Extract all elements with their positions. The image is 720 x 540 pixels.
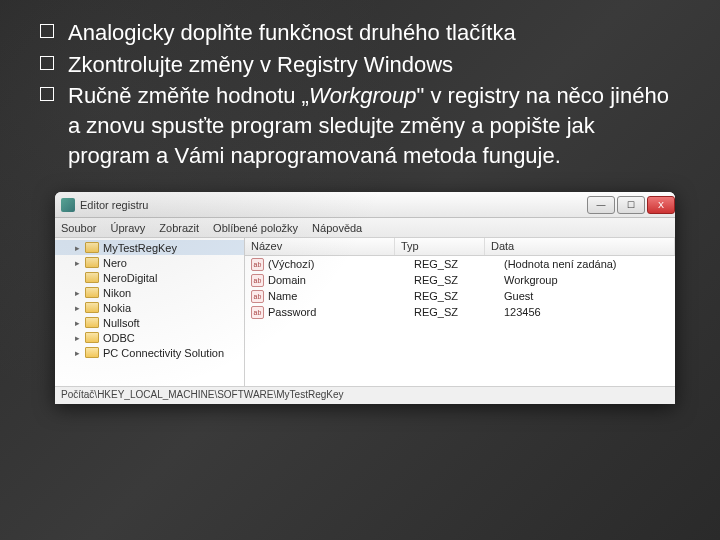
tree-item[interactable]: ▸Nullsoft	[55, 315, 244, 330]
menu-favorites[interactable]: Oblíbené položky	[213, 222, 298, 234]
tree-label: Nullsoft	[103, 317, 140, 329]
folder-icon	[85, 317, 99, 328]
cell-name: Name	[268, 290, 408, 302]
menu-view[interactable]: Zobrazit	[159, 222, 199, 234]
status-bar: Počítač\HKEY_LOCAL_MACHINE\SOFTWARE\MyTe…	[55, 386, 675, 404]
folder-icon	[85, 302, 99, 313]
string-value-icon: ab	[251, 306, 264, 319]
expand-icon[interactable]: ▸	[75, 288, 85, 298]
tree-item[interactable]: ▸Nero	[55, 255, 244, 270]
menu-help[interactable]: Nápověda	[312, 222, 362, 234]
checkbox-icon	[40, 87, 54, 101]
regedit-window: Editor registru — ☐ X Soubor Úpravy Zobr…	[55, 192, 675, 404]
regedit-icon	[61, 198, 75, 212]
tree-label: PC Connectivity Solution	[103, 347, 224, 359]
bullet-item: Ručně změňte hodnotu „Workgroup" v regis…	[68, 81, 680, 170]
maximize-button[interactable]: ☐	[617, 196, 645, 214]
folder-icon	[85, 332, 99, 343]
tree-label: Nokia	[103, 302, 131, 314]
bullet-item: Zkontrolujte změny v Registry Windows	[68, 50, 680, 80]
bullet-text: Analogicky doplňte funkčnost druhého tla…	[68, 20, 516, 45]
checkbox-icon	[40, 56, 54, 70]
workgroup-word: Workgroup	[309, 83, 417, 108]
list-row[interactable]: ab Password REG_SZ 123456	[245, 304, 675, 320]
menubar: Soubor Úpravy Zobrazit Oblíbené položky …	[55, 218, 675, 238]
tree-label: ODBC	[103, 332, 135, 344]
minimize-button[interactable]: —	[587, 196, 615, 214]
expand-icon[interactable]: ▸	[75, 258, 85, 268]
col-type[interactable]: Typ	[395, 238, 485, 255]
folder-icon	[85, 272, 99, 283]
tree-label: Nikon	[103, 287, 131, 299]
list-row[interactable]: ab Name REG_SZ Guest	[245, 288, 675, 304]
checkbox-icon	[40, 24, 54, 38]
menu-file[interactable]: Soubor	[61, 222, 96, 234]
close-button[interactable]: X	[647, 196, 675, 214]
string-value-icon: ab	[251, 258, 264, 271]
col-data[interactable]: Data	[485, 238, 675, 255]
bullet-item: Analogicky doplňte funkčnost druhého tla…	[68, 18, 680, 48]
cell-type: REG_SZ	[408, 258, 498, 270]
expand-icon[interactable]: ▸	[75, 348, 85, 358]
folder-icon	[85, 287, 99, 298]
tree-label: NeroDigital	[103, 272, 157, 284]
tree-item[interactable]: ▸Nokia	[55, 300, 244, 315]
tree-item[interactable]: ▸Nikon	[55, 285, 244, 300]
list-row[interactable]: ab Domain REG_SZ Workgroup	[245, 272, 675, 288]
titlebar[interactable]: Editor registru — ☐ X	[55, 192, 675, 218]
quote-open: „	[302, 83, 309, 108]
expand-icon[interactable]: ▸	[75, 243, 85, 253]
tree-item[interactable]: ▸ODBC	[55, 330, 244, 345]
list-pane[interactable]: Název Typ Data ab (Výchozí) REG_SZ (Hodn…	[245, 238, 675, 386]
folder-icon	[85, 257, 99, 268]
cell-name: Password	[268, 306, 408, 318]
string-value-icon: ab	[251, 274, 264, 287]
window-title: Editor registru	[80, 199, 148, 211]
folder-icon	[85, 347, 99, 358]
bullet-list: Analogicky doplňte funkčnost druhého tla…	[0, 0, 720, 170]
expand-icon[interactable]: ▸	[75, 333, 85, 343]
folder-icon	[85, 242, 99, 253]
bullet-text: Zkontrolujte změny v Registry Windows	[68, 52, 453, 77]
tree-label: MyTestRegKey	[103, 242, 177, 254]
list-row[interactable]: ab (Výchozí) REG_SZ (Hodnota není zadána…	[245, 256, 675, 272]
cell-type: REG_SZ	[408, 290, 498, 302]
tree-item[interactable]: NeroDigital	[55, 270, 244, 285]
window-controls: — ☐ X	[585, 196, 675, 214]
cell-data: Guest	[498, 290, 675, 302]
cell-type: REG_SZ	[408, 274, 498, 286]
tree-item[interactable]: ▸PC Connectivity Solution	[55, 345, 244, 360]
tree-label: Nero	[103, 257, 127, 269]
list-header: Název Typ Data	[245, 238, 675, 256]
col-name[interactable]: Název	[245, 238, 395, 255]
cell-data: Workgroup	[498, 274, 675, 286]
cell-name: Domain	[268, 274, 408, 286]
cell-name: (Výchozí)	[268, 258, 408, 270]
string-value-icon: ab	[251, 290, 264, 303]
cell-data: (Hodnota není zadána)	[498, 258, 675, 270]
cell-data: 123456	[498, 306, 675, 318]
expand-icon[interactable]: ▸	[75, 303, 85, 313]
cell-type: REG_SZ	[408, 306, 498, 318]
expand-icon[interactable]: ▸	[75, 318, 85, 328]
tree-pane[interactable]: ▸MyTestRegKey ▸Nero NeroDigital ▸Nikon ▸…	[55, 238, 245, 386]
tree-item-mytestregkey[interactable]: ▸MyTestRegKey	[55, 240, 244, 255]
bullet-text: Ručně změňte hodnotu	[68, 83, 302, 108]
content-area: ▸MyTestRegKey ▸Nero NeroDigital ▸Nikon ▸…	[55, 238, 675, 386]
menu-edit[interactable]: Úpravy	[110, 222, 145, 234]
